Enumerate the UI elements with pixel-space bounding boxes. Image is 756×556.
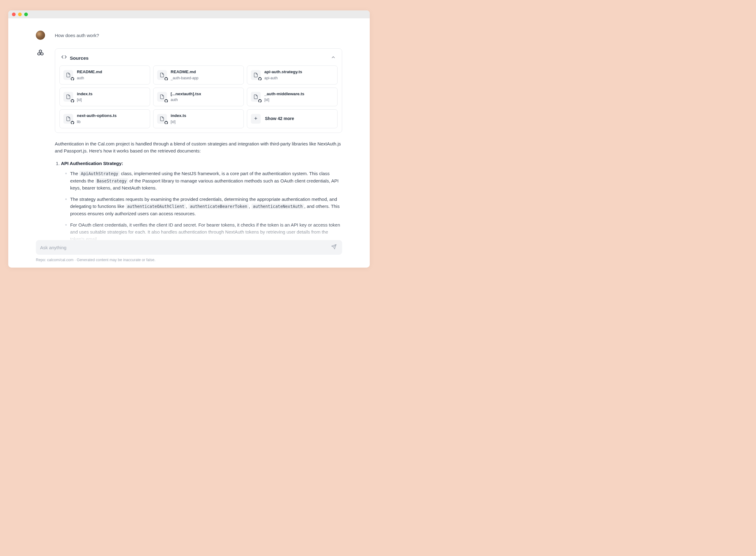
minimize-window-button[interactable] bbox=[18, 12, 22, 16]
file-icon bbox=[251, 70, 261, 80]
sources-title: Sources bbox=[70, 55, 89, 62]
close-window-button[interactable] bbox=[12, 12, 15, 16]
source-filename: _auth-middleware.ts bbox=[264, 91, 304, 97]
bullet-list: The ApiAuthStrategy class, implemented u… bbox=[61, 170, 342, 242]
answer-section: API Authentication Strategy: The ApiAuth… bbox=[61, 160, 342, 243]
bullet-item: The strategy authenticates requests by e… bbox=[65, 196, 342, 217]
maximize-window-button[interactable] bbox=[24, 12, 28, 16]
sources-panel: Sources README.mdauthREADME.md_auth-base… bbox=[55, 48, 342, 133]
source-path: lib bbox=[77, 119, 117, 125]
file-icon bbox=[63, 70, 73, 80]
source-path: api-auth bbox=[264, 75, 302, 81]
source-filename: README.md bbox=[171, 69, 198, 75]
source-card[interactable]: _auth-middleware.ts[id] bbox=[247, 88, 337, 107]
svg-marker-2 bbox=[41, 53, 43, 55]
file-icon bbox=[157, 70, 167, 80]
source-card[interactable]: index.ts[id] bbox=[153, 109, 244, 128]
file-icon bbox=[251, 92, 261, 102]
svg-marker-0 bbox=[39, 50, 42, 53]
footer-note: Repo: calcom/cal.com · Generated content… bbox=[36, 258, 342, 262]
github-icon bbox=[164, 99, 168, 103]
show-more-label: Show 42 more bbox=[265, 115, 294, 122]
source-path: _auth-based-app bbox=[171, 75, 198, 81]
content: How does auth work? bbox=[8, 19, 370, 268]
code-icon bbox=[61, 54, 67, 62]
svg-marker-1 bbox=[38, 53, 40, 55]
answer-list: API Authentication Strategy: The ApiAuth… bbox=[55, 160, 342, 243]
source-filename: next-auth-options.ts bbox=[77, 113, 117, 119]
source-path: auth bbox=[77, 75, 102, 81]
send-icon bbox=[331, 244, 337, 249]
github-icon bbox=[70, 120, 74, 125]
send-button[interactable] bbox=[330, 243, 338, 252]
assistant-icon bbox=[36, 48, 45, 58]
source-filename: [...nextauth].tsx bbox=[171, 91, 201, 97]
source-filename: index.ts bbox=[171, 113, 186, 119]
source-filename: api-auth.strategy.ts bbox=[264, 69, 302, 75]
answer-intro: Authentication in the Cal.com project is… bbox=[55, 140, 342, 154]
source-card[interactable]: next-auth-options.tslib bbox=[59, 109, 150, 128]
file-icon bbox=[157, 114, 167, 124]
show-more-sources[interactable]: +Show 42 more bbox=[247, 109, 337, 128]
sources-header[interactable]: Sources bbox=[59, 53, 337, 66]
user-question: How does auth work? bbox=[55, 31, 342, 40]
source-card[interactable]: api-auth.strategy.tsapi-auth bbox=[247, 66, 337, 84]
chevron-up-icon bbox=[331, 55, 336, 62]
titlebar bbox=[8, 10, 370, 19]
file-icon bbox=[63, 114, 73, 124]
source-card[interactable]: README.md_auth-based-app bbox=[153, 66, 244, 84]
source-card[interactable]: [...nextauth].tsxauth bbox=[153, 88, 244, 107]
file-icon bbox=[157, 92, 167, 102]
github-icon bbox=[258, 77, 262, 81]
bullet-item: The ApiAuthStrategy class, implemented u… bbox=[65, 170, 342, 192]
source-path: [id] bbox=[77, 97, 93, 103]
chat-input-container bbox=[36, 240, 342, 255]
user-message-row: How does auth work? bbox=[36, 31, 342, 40]
source-card[interactable]: README.mdauth bbox=[59, 66, 150, 84]
github-icon bbox=[70, 99, 74, 103]
sources-grid: README.mdauthREADME.md_auth-based-appapi… bbox=[59, 66, 337, 128]
plus-icon: + bbox=[251, 114, 261, 124]
source-path: [id] bbox=[264, 97, 304, 103]
file-icon bbox=[63, 92, 73, 102]
source-path: auth bbox=[171, 97, 201, 103]
github-icon bbox=[164, 77, 168, 81]
app-window: How does auth work? bbox=[8, 10, 370, 268]
input-area: Repo: calcom/cal.com · Generated content… bbox=[36, 240, 342, 262]
user-avatar bbox=[36, 31, 45, 40]
assistant-message-row: Sources README.mdauthREADME.md_auth-base… bbox=[36, 48, 342, 247]
source-filename: index.ts bbox=[77, 91, 93, 97]
github-icon bbox=[70, 77, 74, 81]
repo-name: calcom/cal.com bbox=[47, 258, 73, 262]
source-filename: README.md bbox=[77, 69, 102, 75]
source-card[interactable]: index.ts[id] bbox=[59, 88, 150, 107]
source-path: [id] bbox=[171, 119, 186, 125]
disclaimer: Generated content may be inaccurate or f… bbox=[76, 258, 155, 262]
github-icon bbox=[258, 99, 262, 103]
github-icon bbox=[164, 120, 168, 125]
bullet-item: For OAuth client credentials, it verifie… bbox=[65, 221, 342, 243]
chat-input[interactable] bbox=[40, 245, 330, 250]
section-heading: API Authentication Strategy: bbox=[61, 161, 123, 166]
assistant-answer: Sources README.mdauthREADME.md_auth-base… bbox=[55, 48, 342, 247]
